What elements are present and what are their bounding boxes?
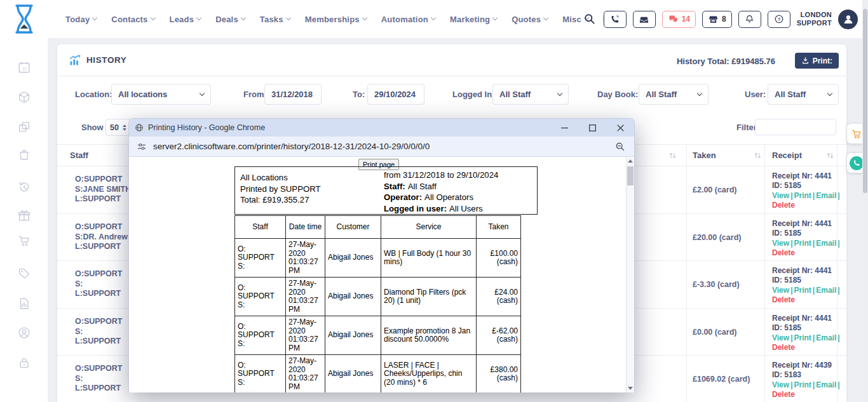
nav-item-deals[interactable]: Deals — [215, 15, 245, 24]
nav-item-quotes[interactable]: Quotes — [512, 15, 548, 24]
column-header-taken[interactable]: Taken — [693, 151, 716, 160]
chat-button[interactable]: 14 — [662, 11, 696, 28]
scrollbar-thumb[interactable] — [627, 166, 634, 185]
history-total: History Total: £919485.76 — [677, 57, 775, 66]
nav-item-memberships[interactable]: Memberships — [305, 15, 367, 24]
minimize-button[interactable] — [550, 119, 578, 137]
filter-bar: Location: All locations From: 31/12/2018… — [57, 84, 846, 105]
view-link[interactable]: View — [772, 380, 789, 389]
window-titlebar[interactable]: Printing History - Google Chrome — [129, 119, 634, 137]
sidebar-item-history[interactable] — [17, 180, 31, 194]
sidebar-item-reports[interactable] — [17, 297, 31, 311]
taken-cell: £1069.02 (card) — [693, 356, 750, 402]
to-date-input[interactable]: 29/10/2024 — [367, 84, 424, 105]
avatar[interactable] — [838, 10, 858, 29]
sidebar-item-cart[interactable] — [17, 234, 31, 248]
view-link[interactable]: View — [772, 333, 789, 342]
link-separator: | — [837, 239, 839, 248]
address-bar[interactable]: server2.clinicsoftware.com/printer/histo… — [129, 137, 634, 157]
sidebar-item-gifts[interactable] — [17, 208, 31, 222]
email-link[interactable]: Email — [816, 333, 836, 342]
print-link[interactable]: Print — [794, 286, 811, 295]
delete-link[interactable]: Delete — [772, 201, 841, 210]
close-button[interactable] — [606, 119, 634, 137]
nav-item-marketing[interactable]: Marketing — [450, 15, 497, 24]
sidebar-item-bookings[interactable] — [17, 147, 31, 161]
filter-input[interactable] — [755, 119, 836, 135]
maximize-button[interactable] — [578, 119, 606, 137]
print-link[interactable]: Print — [794, 239, 811, 248]
sidebar-item-products[interactable] — [17, 90, 31, 104]
receipt-number: Receipt Nr: 4441 — [772, 314, 841, 323]
sidebar-item-account[interactable] — [17, 326, 31, 340]
page-scrollbar-thumb[interactable] — [863, 9, 867, 193]
nav-item-today[interactable]: Today — [65, 15, 97, 24]
chevron-down-icon — [557, 90, 562, 95]
print-link[interactable]: Print — [794, 380, 811, 389]
clinicsoftware-logo[interactable] — [13, 3, 36, 35]
help-button[interactable]: ? — [768, 11, 790, 28]
column-header-staff[interactable]: Staff — [70, 151, 88, 160]
chevron-down-icon — [150, 15, 155, 20]
sidebar-item-copy[interactable] — [17, 120, 31, 134]
email-link[interactable]: Email — [816, 380, 836, 389]
view-link[interactable]: View — [772, 191, 789, 200]
summary-locations: All Locations — [240, 172, 321, 184]
logged-in-select[interactable]: All Staff — [492, 84, 569, 105]
delete-link[interactable]: Delete — [772, 295, 841, 305]
page-size-select[interactable]: 50 — [105, 119, 131, 136]
inbox-button[interactable] — [633, 11, 656, 28]
popup-scrollbar[interactable] — [626, 157, 634, 392]
receipt-number: Receipt Nr: 4439 — [772, 361, 841, 370]
receipt-id: ID: 5185 — [772, 323, 841, 333]
nav-item-contacts[interactable]: Contacts — [111, 15, 154, 24]
print-button[interactable]: Print: — [795, 53, 839, 69]
print-link[interactable]: Print — [794, 191, 811, 200]
store-button[interactable]: 8 — [702, 11, 732, 28]
taken-cell: £0.00 (card) — [693, 309, 736, 355]
page-scrollbar[interactable] — [862, 0, 868, 402]
scroll-down-arrow[interactable] — [628, 387, 633, 390]
view-link[interactable]: View — [772, 239, 789, 248]
to-label: To: — [353, 90, 365, 99]
column-header-receipt[interactable]: Receipt — [772, 151, 802, 160]
nav-item-automation[interactable]: Automation — [381, 15, 435, 24]
email-link[interactable]: Email — [816, 239, 836, 248]
receipt-cell: Receipt Nr: 4441 ID: 5185 View|Print|Ema… — [772, 171, 841, 210]
nav-item-leads[interactable]: Leads — [170, 15, 201, 24]
download-icon — [801, 57, 810, 65]
receipt-number: Receipt Nr: 4441 — [772, 219, 841, 229]
print-button-label: Print: — [813, 57, 832, 65]
email-link[interactable]: Email — [816, 191, 836, 200]
from-date-input[interactable]: 31/12/2018 — [264, 84, 322, 105]
user-value: All Staff — [775, 90, 806, 99]
day-book-select[interactable]: All Staff — [639, 84, 709, 105]
view-link[interactable]: View — [772, 286, 789, 295]
delete-link[interactable]: Delete — [772, 248, 841, 258]
delete-link[interactable]: Delete — [772, 390, 841, 399]
user-select[interactable]: All Staff — [768, 84, 839, 105]
tune-icon[interactable] — [137, 142, 147, 152]
sidebar-item-calendar[interactable]: 12 — [17, 60, 31, 74]
location-select[interactable]: All locations — [111, 84, 211, 105]
zoom-icon[interactable] — [615, 142, 625, 152]
print-row: O: SUPPORT S: 27-May-2020 01:03:27 PM Ab… — [235, 316, 521, 355]
topbar-actions: 14 8 ? — [583, 0, 858, 38]
phone-icon — [610, 15, 620, 24]
summary-printed-by: Printed by SUPPORT — [240, 184, 321, 195]
link-separator: | — [837, 191, 839, 200]
print-link[interactable]: Print — [794, 333, 811, 342]
print-summary-box: All Locations Printed by SUPPORT Total: … — [234, 166, 538, 215]
delete-link[interactable]: Delete — [772, 343, 841, 352]
scroll-up-arrow[interactable] — [628, 159, 633, 163]
close-icon — [617, 124, 624, 131]
notifications-button[interactable] — [738, 11, 761, 28]
email-link[interactable]: Email — [816, 286, 836, 295]
summary-total: Total: £919,355.27 — [240, 194, 321, 206]
nav-item-tasks[interactable]: Tasks — [260, 15, 290, 24]
sidebar-item-tags[interactable] — [17, 267, 31, 281]
sidebar-item-lock[interactable] — [17, 356, 31, 370]
phone-button[interactable] — [604, 11, 627, 28]
url-text[interactable]: server2.clinicsoftware.com/printer/histo… — [153, 142, 430, 151]
search-icon[interactable] — [583, 13, 596, 25]
